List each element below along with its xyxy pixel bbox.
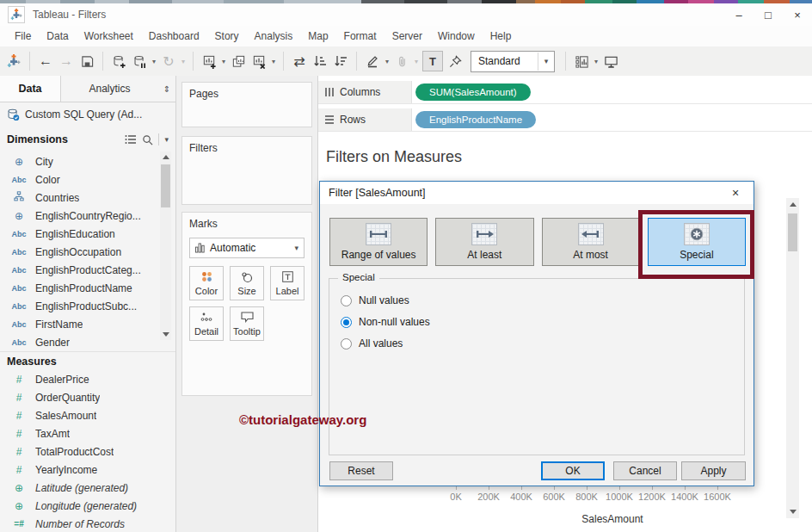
fix-axes-button[interactable] — [445, 51, 465, 71]
tab-at-most[interactable]: At most — [542, 218, 640, 266]
sort-descending-button[interactable] — [330, 51, 351, 71]
measure-item[interactable]: # YearlyIncome — [0, 461, 175, 479]
mark-type-dropdown[interactable]: Automatic ▾ — [189, 238, 304, 258]
tooltip-button[interactable]: Tooltip — [230, 306, 264, 341]
dropdown-caret-icon[interactable]: ▾ — [219, 58, 228, 65]
pages-shelf[interactable]: Pages — [181, 82, 312, 127]
close-button[interactable]: × — [783, 3, 812, 26]
dimension-item[interactable]: ⊕ City — [0, 152, 175, 170]
menu-map[interactable]: Map — [300, 26, 335, 46]
option-non-null-values[interactable]: Non-null values — [341, 316, 430, 328]
show-mark-labels-button[interactable]: T — [422, 51, 443, 71]
radio-selected-icon[interactable] — [341, 317, 352, 328]
measure-item[interactable]: # OrderQuantity — [0, 388, 175, 406]
ok-button[interactable]: OK — [541, 461, 605, 480]
fit-dropdown[interactable]: Standard ▾ — [471, 51, 555, 72]
reset-button[interactable]: Reset — [329, 461, 393, 480]
paperclip-button[interactable] — [391, 51, 412, 71]
apply-button[interactable]: Apply — [681, 461, 746, 480]
menu-help[interactable]: Help — [483, 26, 520, 46]
dropdown-caret-icon[interactable]: ▾ — [179, 58, 188, 65]
cancel-button[interactable]: Cancel — [613, 461, 677, 480]
dropdown-caret-icon[interactable]: ▾ — [150, 58, 158, 65]
pane-toggle-icon[interactable]: ⇕ — [158, 76, 175, 102]
tab-special[interactable]: Special — [648, 218, 746, 266]
dimension-item[interactable]: Abc EnglishProductSubc... — [0, 297, 175, 315]
measure-item[interactable]: # TotalProductCost — [0, 442, 175, 461]
label-button[interactable]: Label — [270, 266, 304, 300]
measure-item[interactable]: # SalesAmount — [0, 406, 175, 424]
minimize-button[interactable]: – — [724, 3, 754, 26]
tab-data[interactable]: Data — [0, 76, 61, 102]
measure-item[interactable]: # TaxAmt — [0, 424, 175, 442]
swap-axes-button[interactable]: ⇄ — [289, 51, 310, 71]
pill-sum-salesamount[interactable]: SUM(SalesAmount) — [415, 84, 531, 101]
maximize-button[interactable]: □ — [754, 3, 783, 26]
menu-window[interactable]: Window — [430, 26, 483, 46]
menu-story[interactable]: Story — [207, 26, 247, 46]
dimension-item[interactable]: ⊕ EnglishCountryRegio... — [0, 207, 175, 225]
pill-englishproductname[interactable]: EnglishProductName — [415, 111, 536, 128]
clear-sheet-button[interactable] — [249, 51, 269, 71]
size-button[interactable]: Size — [230, 266, 264, 300]
rows-shelf[interactable]: Rows EnglishProductName — [318, 108, 812, 132]
new-datasource-button[interactable] — [108, 51, 129, 71]
tab-range-of-values[interactable]: Range of values — [329, 218, 428, 266]
menu-worksheet[interactable]: Worksheet — [77, 26, 141, 46]
filters-shelf[interactable]: Filters — [181, 136, 312, 205]
view-list-icon[interactable] — [125, 134, 137, 145]
scroll-up-icon[interactable] — [160, 152, 171, 163]
undo-button[interactable]: ← — [35, 51, 56, 71]
option-null-values[interactable]: Null values — [341, 294, 409, 306]
save-button[interactable] — [77, 51, 97, 71]
show-me-button[interactable] — [571, 51, 592, 71]
redo-button[interactable]: → — [56, 51, 77, 71]
dropdown-caret-icon[interactable]: ▾ — [592, 58, 600, 65]
option-all-values[interactable]: All values — [341, 337, 403, 350]
measure-item[interactable]: # DealerPrice — [0, 370, 175, 388]
new-worksheet-button[interactable] — [199, 51, 219, 71]
dimensions-menu-caret-icon[interactable]: ▾ — [164, 135, 169, 144]
dialog-title-bar[interactable]: Filter [SalesAmount] × — [320, 182, 754, 204]
dropdown-caret-icon[interactable]: ▾ — [269, 58, 278, 65]
scroll-up-icon[interactable] — [786, 198, 799, 211]
measure-item[interactable]: ⊕ Longitude (generated) — [0, 497, 175, 515]
duplicate-sheet-button[interactable] — [228, 51, 249, 71]
tableau-home-button[interactable] — [3, 51, 24, 71]
scroll-down-icon[interactable] — [160, 329, 171, 340]
dimension-item[interactable]: Abc EnglishProductName — [0, 279, 175, 297]
dimension-item[interactable]: Abc EnglishProductCateg... — [0, 261, 175, 279]
tab-analytics[interactable]: Analytics — [61, 76, 158, 102]
columns-shelf[interactable]: Columns SUM(SalesAmount) — [318, 81, 812, 104]
menu-data[interactable]: Data — [39, 26, 76, 46]
search-icon[interactable] — [142, 134, 153, 145]
menu-dashboard[interactable]: Dashboard — [141, 26, 207, 46]
menu-file[interactable]: File — [7, 26, 39, 46]
pause-updates-button[interactable] — [129, 51, 150, 71]
scrollbar-thumb[interactable] — [161, 164, 170, 207]
dimension-item[interactable]: Abc EnglishOccupation — [0, 243, 175, 261]
dimension-item[interactable]: Abc EnglishEducation — [0, 225, 175, 243]
dimension-item[interactable]: Abc Gender — [0, 333, 175, 351]
sort-ascending-button[interactable] — [310, 51, 330, 71]
tab-at-least[interactable]: At least — [435, 218, 533, 266]
dimension-item[interactable]: Abc FirstName — [0, 315, 175, 333]
menu-server[interactable]: Server — [384, 26, 430, 46]
datasource-item[interactable]: Custom SQL Query (Ad... — [0, 102, 175, 127]
radio-icon[interactable] — [341, 295, 352, 306]
measure-item[interactable]: =# Number of Records — [0, 515, 175, 532]
menu-format[interactable]: Format — [336, 26, 384, 46]
measure-item[interactable]: ⊕ Latitude (generated) — [0, 479, 175, 497]
refresh-button[interactable]: ↻ — [158, 51, 179, 71]
presentation-mode-button[interactable] — [600, 51, 621, 71]
dimension-item[interactable]: Countries — [0, 189, 175, 207]
dropdown-caret-icon[interactable]: ▾ — [383, 58, 391, 65]
highlight-button[interactable] — [362, 51, 383, 71]
canvas-scrollbar[interactable] — [786, 198, 799, 518]
radio-icon[interactable] — [341, 338, 352, 350]
dimensions-scrollbar[interactable] — [160, 152, 171, 340]
scrollbar-thumb[interactable] — [788, 213, 797, 251]
dropdown-caret-icon[interactable]: ▾ — [412, 58, 421, 65]
dialog-close-icon[interactable]: × — [726, 186, 745, 200]
dimension-item[interactable]: Abc Color — [0, 170, 175, 189]
